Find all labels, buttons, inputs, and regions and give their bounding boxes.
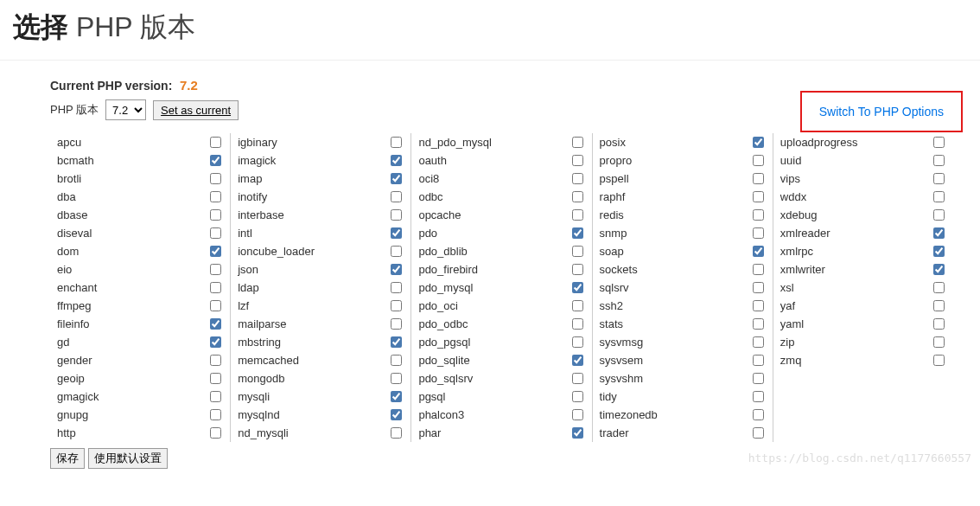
extension-checkbox[interactable] [210, 300, 221, 311]
extension-checkbox[interactable] [391, 336, 402, 348]
extension-checkbox[interactable] [572, 355, 583, 366]
extension-checkbox[interactable] [753, 191, 764, 202]
extension-name: sysvsem [600, 354, 753, 367]
extension-checkbox[interactable] [391, 373, 402, 384]
extension-checkbox[interactable] [933, 191, 945, 202]
extension-checkbox[interactable] [572, 191, 583, 202]
extension-checkbox[interactable] [933, 282, 945, 293]
extension-checkbox[interactable] [391, 137, 402, 148]
extension-checkbox[interactable] [753, 336, 764, 348]
switch-to-php-options-link[interactable]: Switch To PHP Options [819, 105, 944, 118]
extension-checkbox[interactable] [210, 427, 221, 439]
save-button[interactable]: 保存 [50, 448, 85, 469]
extension-checkbox[interactable] [210, 173, 221, 184]
extension-checkbox[interactable] [391, 209, 402, 221]
extension-checkbox[interactable] [933, 355, 945, 366]
extension-checkbox[interactable] [572, 318, 583, 330]
extension-checkbox[interactable] [933, 264, 945, 275]
extension-checkbox[interactable] [933, 209, 945, 221]
extension-checkbox[interactable] [753, 300, 764, 311]
extension-checkbox[interactable] [753, 264, 764, 275]
extension-checkbox[interactable] [391, 155, 402, 166]
extension-checkbox[interactable] [210, 137, 221, 148]
extension-checkbox[interactable] [572, 264, 583, 275]
extension-checkbox[interactable] [933, 227, 945, 239]
extension-checkbox[interactable] [391, 355, 402, 366]
extension-checkbox[interactable] [572, 373, 583, 384]
extension-checkbox[interactable] [391, 318, 402, 330]
extension-checkbox[interactable] [572, 155, 583, 166]
extension-name: inotify [238, 190, 391, 203]
extension-checkbox[interactable] [210, 282, 221, 293]
extension-checkbox[interactable] [933, 137, 945, 148]
use-default-button[interactable]: 使用默认设置 [88, 448, 168, 469]
extension-name: xmlwriter [780, 263, 933, 276]
extension-checkbox[interactable] [572, 391, 583, 402]
extension-checkbox[interactable] [210, 373, 221, 384]
extension-checkbox[interactable] [753, 209, 764, 221]
extension-checkbox[interactable] [391, 173, 402, 184]
extension-checkbox[interactable] [753, 246, 764, 257]
extension-checkbox[interactable] [210, 391, 221, 402]
extension-checkbox[interactable] [572, 173, 583, 184]
extension-checkbox[interactable] [572, 336, 583, 348]
extension-row: trader [593, 424, 773, 442]
extension-checkbox[interactable] [933, 336, 945, 348]
extension-checkbox[interactable] [391, 427, 402, 439]
extension-checkbox[interactable] [572, 137, 583, 148]
extension-checkbox[interactable] [933, 173, 945, 184]
set-as-current-button[interactable]: Set as current [153, 100, 239, 120]
php-version-select[interactable]: 7.2 [105, 99, 146, 120]
extension-checkbox[interactable] [572, 427, 583, 439]
extension-name: pdo_oci [418, 299, 571, 312]
extension-checkbox[interactable] [391, 227, 402, 239]
extension-checkbox[interactable] [753, 427, 764, 439]
extension-checkbox[interactable] [391, 300, 402, 311]
extension-checkbox[interactable] [753, 173, 764, 184]
extension-checkbox[interactable] [210, 355, 221, 366]
current-version-label: Current PHP version: [50, 79, 172, 93]
extension-checkbox[interactable] [210, 318, 221, 330]
extension-checkbox[interactable] [391, 391, 402, 402]
extension-checkbox[interactable] [572, 246, 583, 257]
extension-checkbox[interactable] [572, 300, 583, 311]
extension-row: redis [593, 206, 773, 224]
extension-checkbox[interactable] [572, 282, 583, 293]
extension-row: xsl [773, 279, 953, 297]
extension-checkbox[interactable] [210, 336, 221, 348]
extension-checkbox[interactable] [753, 373, 764, 384]
extension-checkbox[interactable] [572, 209, 583, 221]
extension-checkbox[interactable] [210, 227, 221, 239]
extension-checkbox[interactable] [753, 355, 764, 366]
extension-checkbox[interactable] [210, 155, 221, 166]
extension-checkbox[interactable] [753, 227, 764, 239]
extension-checkbox[interactable] [753, 282, 764, 293]
extension-checkbox[interactable] [572, 227, 583, 239]
extension-checkbox[interactable] [753, 155, 764, 166]
extension-row: uuid [773, 151, 953, 170]
extension-row: xmlwriter [773, 260, 953, 279]
extension-checkbox[interactable] [391, 282, 402, 293]
extension-checkbox[interactable] [210, 191, 221, 202]
extension-checkbox[interactable] [753, 318, 764, 330]
extension-row: oci8 [411, 170, 591, 188]
extension-checkbox[interactable] [933, 246, 945, 257]
extension-name: igbinary [238, 136, 391, 149]
extension-checkbox[interactable] [391, 264, 402, 275]
extension-checkbox[interactable] [391, 191, 402, 202]
extension-checkbox[interactable] [210, 264, 221, 275]
extension-checkbox[interactable] [210, 209, 221, 221]
extension-checkbox[interactable] [391, 246, 402, 257]
extension-checkbox[interactable] [933, 155, 945, 166]
extension-checkbox[interactable] [753, 391, 764, 402]
extension-checkbox[interactable] [753, 409, 764, 420]
extension-row: oauth [411, 151, 591, 170]
extension-checkbox[interactable] [753, 137, 764, 148]
extension-checkbox[interactable] [933, 318, 945, 330]
extension-checkbox[interactable] [933, 300, 945, 311]
extension-name: zmq [780, 354, 933, 367]
extension-checkbox[interactable] [210, 246, 221, 257]
extension-checkbox[interactable] [572, 409, 583, 420]
extension-checkbox[interactable] [391, 409, 402, 420]
extension-checkbox[interactable] [210, 409, 221, 420]
